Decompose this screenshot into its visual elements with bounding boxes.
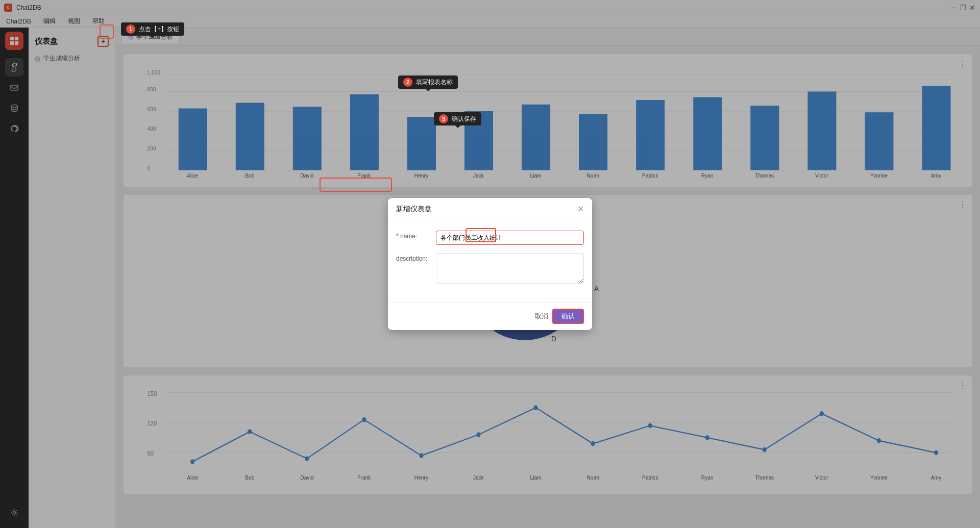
modal-footer: 取消 确认 (388, 302, 592, 330)
add-dashboard-modal: 新增仪表盘 ✕ * name: description: 取消 确认 (388, 198, 592, 330)
modal-overlay[interactable]: 新增仪表盘 ✕ * name: description: 取消 确认 (0, 0, 980, 528)
modal-header: 新增仪表盘 ✕ (388, 198, 592, 220)
name-input[interactable] (436, 231, 584, 245)
cancel-button[interactable]: 取消 (535, 312, 548, 321)
description-label: description: (396, 253, 432, 262)
name-label: * name: (396, 231, 432, 240)
name-form-row: * name: (396, 231, 584, 245)
confirm-button[interactable]: 确认 (552, 309, 584, 324)
modal-close-button[interactable]: ✕ (577, 204, 584, 214)
modal-body: * name: description: (388, 220, 592, 302)
modal-title: 新增仪表盘 (396, 205, 432, 214)
description-input[interactable] (436, 253, 584, 284)
description-form-row: description: (396, 253, 584, 284)
